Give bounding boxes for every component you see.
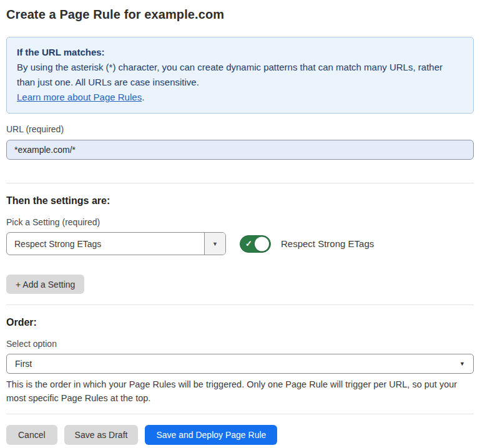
toggle-knob bbox=[255, 236, 269, 251]
url-match-info-box: If the URL matches: By using the asteris… bbox=[6, 37, 474, 114]
order-select-label: Select option bbox=[6, 339, 474, 349]
divider bbox=[6, 304, 474, 305]
divider bbox=[6, 183, 474, 183]
pick-setting-label: Pick a Setting (required) bbox=[6, 217, 474, 227]
setting-dropdown[interactable]: Respect Strong ETags ▼ bbox=[6, 232, 226, 255]
check-icon: ✓ bbox=[245, 240, 252, 248]
order-select[interactable]: First ▼ bbox=[6, 354, 474, 374]
chevron-down-icon: ▼ bbox=[212, 241, 218, 247]
info-box-link-line: Learn more about Page Rules. bbox=[17, 90, 463, 105]
url-input[interactable] bbox=[6, 140, 474, 160]
add-setting-button[interactable]: + Add a Setting bbox=[6, 275, 84, 294]
save-as-draft-button[interactable]: Save as Draft bbox=[64, 425, 139, 445]
footer-actions: Cancel Save as Draft Save and Deploy Pag… bbox=[6, 425, 474, 445]
save-and-deploy-button[interactable]: Save and Deploy Page Rule bbox=[145, 425, 277, 445]
setting-dropdown-arrow-button[interactable]: ▼ bbox=[204, 233, 225, 255]
order-select-value: First bbox=[15, 359, 32, 369]
chevron-down-icon: ▼ bbox=[459, 361, 465, 367]
learn-more-link[interactable]: Learn more about Page Rules bbox=[17, 92, 142, 102]
divider bbox=[6, 414, 474, 414]
setting-dropdown-value: Respect Strong ETags bbox=[7, 233, 204, 255]
page-rule-form: Create a Page Rule for example.com If th… bbox=[0, 0, 480, 445]
page-title: Create a Page Rule for example.com bbox=[6, 7, 474, 22]
cancel-button[interactable]: Cancel bbox=[6, 425, 57, 445]
respect-strong-etags-toggle[interactable]: ✓ bbox=[240, 235, 271, 253]
link-period: . bbox=[142, 92, 144, 102]
url-field-label: URL (required) bbox=[6, 124, 474, 134]
order-section-heading: Order: bbox=[6, 317, 474, 328]
info-box-body: By using the asterisk (*) character, you… bbox=[17, 60, 463, 90]
setting-row: Respect Strong ETags ▼ ✓ Respect Strong … bbox=[6, 232, 474, 255]
info-box-heading: If the URL matches: bbox=[17, 45, 463, 60]
settings-section-heading: Then the settings are: bbox=[6, 195, 474, 207]
order-help-text: This is the order in which your Page Rul… bbox=[6, 377, 474, 405]
toggle-label: Respect Strong ETags bbox=[281, 238, 374, 249]
